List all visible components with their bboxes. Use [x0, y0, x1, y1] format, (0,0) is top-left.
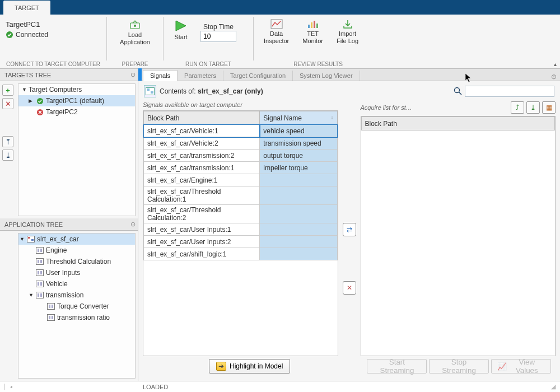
cell-signal-name[interactable]: vehicle speed — [260, 125, 337, 137]
move-down-button[interactable]: ⤓ — [2, 150, 13, 161]
search-icon[interactable] — [454, 87, 463, 96]
subsystem-icon — [35, 257, 44, 266]
remove-from-acquire-button[interactable]: ✕ — [343, 281, 356, 295]
table-row[interactable]: slrt_ex_sf_car/transmission:2output torq… — [144, 150, 338, 162]
svg-rect-33 — [52, 316, 53, 319]
data-inspector-button[interactable]: Data Inspector — [259, 18, 293, 46]
tab-signals[interactable]: Signals — [143, 70, 178, 81]
table-row[interactable]: slrt_ex_sf_car/Threshold Calculation:1 — [144, 186, 338, 205]
search-input[interactable] — [465, 86, 554, 97]
contents-label: Contents of: slrt_ex_sf_car (only) — [160, 87, 263, 95]
stop-time-input[interactable] — [200, 31, 236, 42]
targets-tree-header[interactable]: TARGETS TREE ⊙ — [0, 69, 138, 81]
table-row[interactable]: slrt_ex_sf_car/Vehicle:2transmission spe… — [144, 137, 338, 150]
target-pc1-node[interactable]: ▶ TargetPC1 (default) — [18, 95, 135, 106]
application-tree-header[interactable]: APPLICATION TREE ⊙ — [0, 218, 138, 231]
cell-block-path[interactable]: slrt_ex_sf_car/shift_logic:1 — [144, 248, 260, 260]
resize-grip-icon[interactable]: ◢ — [551, 383, 556, 390]
table-row[interactable]: slrt_ex_sf_car/Vehicle:1vehicle speed — [144, 125, 338, 137]
acquire-tool-1[interactable]: ⤴ — [511, 101, 524, 114]
app-node-user-inputs[interactable]: User Inputs — [18, 267, 135, 278]
table-row[interactable]: slrt_ex_sf_car/User Inputs:2 — [144, 236, 338, 248]
move-up-button[interactable]: ⤒ — [2, 136, 13, 147]
app-node-torque-converter[interactable]: Torque Converter — [18, 301, 135, 312]
highlight-in-model-button[interactable]: ➔ Highlight in Model — [209, 359, 290, 374]
cell-block-path[interactable]: slrt_ex_sf_car/Threshold Calculation:1 — [144, 186, 260, 205]
main-area: Signals Parameters Target Configuration … — [138, 69, 560, 381]
app-root-node[interactable]: ▼ slrt_ex_sf_car — [18, 234, 135, 245]
subsystem-icon — [46, 313, 55, 322]
cell-signal-name[interactable]: output torque — [260, 150, 337, 162]
cell-block-path[interactable]: slrt_ex_sf_car/Vehicle:1 — [144, 125, 260, 137]
acquire-tool-2[interactable]: ⤓ — [526, 101, 540, 114]
cell-signal-name[interactable] — [260, 248, 337, 260]
start-button[interactable]: Start — [169, 18, 193, 42]
prev-icon[interactable]: ⎸◂ — [4, 383, 12, 390]
remove-target-button[interactable]: ✕ — [2, 98, 13, 109]
tab-handle[interactable] — [138, 68, 142, 81]
status-text: LOADED — [143, 384, 168, 390]
app-node-engine[interactable]: Engine — [18, 245, 135, 256]
table-row[interactable]: slrt_ex_sf_car/User Inputs:1 — [144, 223, 338, 236]
targets-tree[interactable]: ▼ Target Computers ▶ TargetPC1 (default)… — [18, 83, 136, 216]
tab-target-configuration[interactable]: Target Configuration — [223, 71, 293, 81]
cell-signal-name[interactable]: impeller torque — [260, 162, 337, 174]
subsystem-icon — [46, 302, 55, 311]
gear-icon[interactable]: ⊙ — [130, 71, 136, 78]
cell-block-path[interactable]: slrt_ex_sf_car/User Inputs:2 — [144, 236, 260, 248]
cell-signal-name[interactable]: transmission speed — [260, 137, 337, 150]
table-row[interactable]: slrt_ex_sf_car/Threshold Calculation:2 — [144, 205, 338, 223]
acquire-table[interactable]: Block Path — [361, 116, 556, 356]
target-pc2-node[interactable]: TargetPC2 — [18, 106, 135, 118]
cell-block-path[interactable]: slrt_ex_sf_car/transmission:1 — [144, 162, 260, 174]
cell-signal-name[interactable] — [260, 236, 337, 248]
error-icon — [35, 108, 44, 116]
table-row[interactable]: slrt_ex_sf_car/Engine:1 — [144, 174, 338, 186]
table-row[interactable]: slrt_ex_sf_car/transmission:1impeller to… — [144, 162, 338, 174]
signals-table[interactable]: Block Path Signal Name↓ slrt_ex_sf_car/V… — [143, 110, 338, 356]
cell-signal-name[interactable] — [260, 174, 337, 186]
svg-rect-27 — [40, 293, 42, 297]
app-node-transmission[interactable]: ▼transmission — [18, 290, 135, 301]
col-signal-name[interactable]: Signal Name↓ — [260, 111, 337, 125]
acquire-tool-3[interactable]: ▦ — [542, 101, 556, 114]
start-streaming-button[interactable]: Start Streaming — [367, 359, 427, 374]
cell-block-path[interactable]: slrt_ex_sf_car/Threshold Calculation:2 — [144, 205, 260, 223]
tab-parameters[interactable]: Parameters — [178, 71, 223, 81]
tab-system-log-viewer[interactable]: System Log Viewer — [293, 71, 360, 81]
stop-streaming-button[interactable]: Stop Streaming — [429, 359, 488, 374]
cell-signal-name[interactable] — [260, 186, 337, 205]
table-row[interactable]: slrt_ex_sf_car/shift_logic:1 — [144, 248, 338, 260]
application-tree[interactable]: ▼ slrt_ex_sf_car Engine Threshold Calcul… — [18, 233, 136, 379]
app-node-threshold[interactable]: Threshold Calculation — [18, 256, 135, 267]
contents-scope-icon[interactable] — [144, 85, 156, 97]
add-to-acquire-button[interactable]: ⇄ — [343, 223, 356, 236]
load-application-button[interactable]: Load Application — [113, 18, 157, 47]
cell-block-path[interactable]: slrt_ex_sf_car/transmission:2 — [144, 150, 260, 162]
cell-block-path[interactable]: slrt_ex_sf_car/User Inputs:1 — [144, 223, 260, 236]
svg-rect-32 — [49, 316, 50, 319]
cell-block-path[interactable]: slrt_ex_sf_car/Vehicle:2 — [144, 137, 260, 150]
view-values-button[interactable]: 📈View Values — [491, 359, 551, 374]
add-target-button[interactable]: + — [2, 85, 13, 96]
title-tab-bar: TARGET — [0, 0, 560, 15]
targets-root-node[interactable]: ▼ Target Computers — [18, 84, 135, 95]
cell-block-path[interactable]: slrt_ex_sf_car/Engine:1 — [144, 174, 260, 186]
app-node-transmission-ratio[interactable]: transmission ratio — [18, 312, 135, 323]
svg-rect-15 — [40, 249, 42, 252]
ribbon-collapse-icon[interactable]: ▴ — [554, 61, 557, 67]
subsystem-icon — [35, 291, 44, 300]
group-run-label: RUN ON TARGET — [169, 61, 248, 68]
svg-rect-5 — [311, 22, 312, 28]
import-file-log-button[interactable]: Import File Log — [332, 18, 363, 46]
gear-icon[interactable]: ⊙ — [548, 73, 560, 81]
tet-monitor-button[interactable]: TET Monitor — [298, 18, 328, 46]
app-node-vehicle[interactable]: Vehicle — [18, 278, 135, 290]
col-block-path[interactable]: Block Path — [144, 111, 260, 125]
view-icon: 📈 — [497, 362, 507, 371]
cell-signal-name[interactable] — [260, 205, 337, 223]
gear-icon[interactable]: ⊙ — [130, 221, 136, 228]
acquire-col-block-path[interactable]: Block Path — [361, 117, 555, 130]
title-tab-target[interactable]: TARGET — [3, 1, 50, 15]
cell-signal-name[interactable] — [260, 223, 337, 236]
